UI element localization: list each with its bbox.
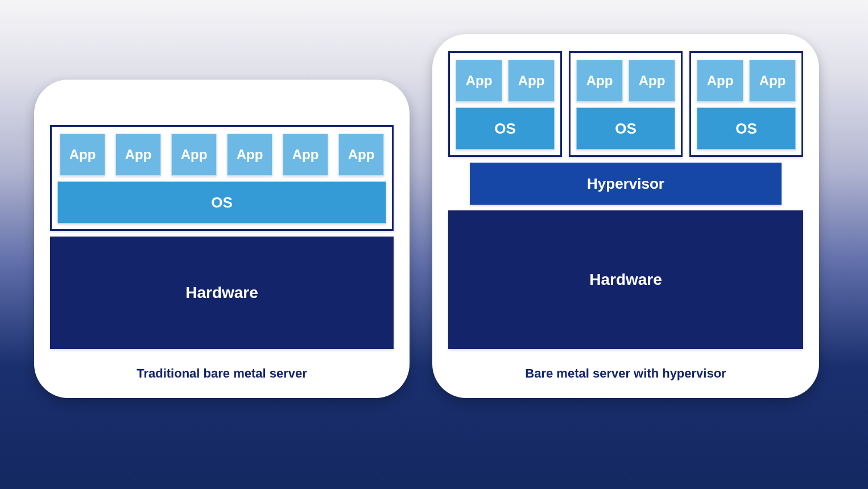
app-box: App [338, 134, 384, 176]
vm-frame: App App OS [689, 51, 803, 157]
app-box: App [227, 134, 272, 176]
traditional-app-row: App App App App App App [57, 134, 386, 176]
vm-frame: App App OS [569, 51, 683, 157]
vm-app-row: App App [456, 60, 555, 102]
traditional-vm-frame: App App App App App App OS [50, 125, 394, 231]
hypervisor-caption: Bare metal server with hypervisor [448, 366, 803, 381]
app-box: App [115, 134, 161, 176]
app-box: App [283, 134, 328, 176]
vm-app-row: App App [697, 60, 796, 102]
hardware-box: Hardware [448, 210, 803, 349]
app-box: App [508, 60, 555, 102]
os-box: OS [576, 107, 675, 150]
hardware-box: Hardware [50, 237, 394, 349]
traditional-server-card: App App App App App App OS Hardware Trad… [34, 80, 410, 398]
os-box: OS [456, 107, 555, 150]
app-box: App [697, 60, 743, 102]
app-box: App [629, 60, 675, 102]
os-box: OS [57, 181, 386, 223]
os-box: OS [697, 107, 796, 150]
app-box: App [456, 60, 502, 102]
vm-frame: App App OS [448, 51, 562, 157]
traditional-caption: Traditional bare metal server [50, 366, 394, 381]
app-box: App [576, 60, 623, 102]
hypervisor-box: Hypervisor [470, 163, 782, 205]
app-box: App [60, 134, 105, 176]
vm-app-row: App App [576, 60, 675, 102]
app-box: App [171, 134, 217, 176]
vm-row: App App OS App App OS App App OS [448, 51, 803, 157]
app-box: App [749, 60, 796, 102]
hypervisor-server-card: App App OS App App OS App App OS Hypervi… [432, 34, 819, 398]
